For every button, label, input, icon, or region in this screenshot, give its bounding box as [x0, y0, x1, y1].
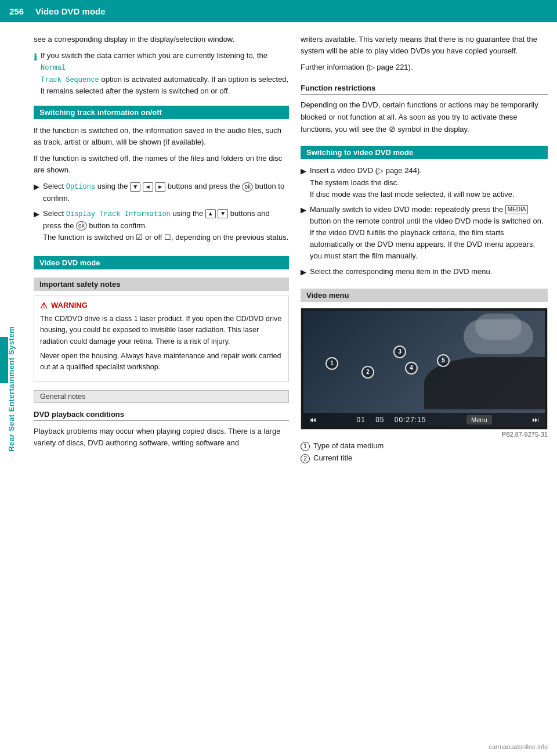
circle-4: 4 — [405, 362, 418, 375]
cloud-decoration-2 — [475, 314, 522, 340]
intro-text1: see a corresponding display in the displ… — [34, 34, 289, 45]
video-dvd-mode-bar: Video DVD mode — [34, 256, 289, 269]
caption-item-1: 1 Type of data medium — [301, 441, 548, 451]
video-list-1-content: Insert a video DVD (▷ page 244). The sys… — [310, 165, 548, 200]
arrow-icon-5: ▶ — [301, 267, 306, 278]
function-restrictions-para: Depending on the DVD, certain functions … — [301, 99, 548, 135]
switching-track-bar: Switching track information on/off — [34, 106, 289, 119]
page-title: Video DVD mode — [35, 6, 106, 16]
display-track-information-mono: Display Track Information — [66, 210, 171, 218]
video-list-item-3: ▶ Select the corresponding menu item in … — [301, 266, 548, 278]
dvd-controls: ⏮ — [309, 416, 316, 424]
rewind-icon: ⏮ — [309, 416, 316, 424]
caption-num-1: 1 — [301, 442, 310, 451]
intro-para-right: writers available. This variety means th… — [301, 34, 548, 57]
page-header: 256 Video DVD mode — [0, 0, 557, 22]
circle-3: 3 — [393, 345, 406, 358]
caption-num-2: 2 — [301, 454, 310, 463]
dvd-controls-overlay: ⏮ 01 05 00:27:15 Menu ⏭ — [303, 413, 545, 427]
info-icon: ℹ — [34, 51, 37, 97]
page-footer: carmanualonline.info — [489, 743, 548, 750]
main-content: see a corresponding display in the displ… — [22, 22, 557, 475]
video-list-3-content: Select the corresponding menu item in th… — [310, 266, 548, 278]
ok-button-1: ok — [242, 182, 253, 192]
fast-forward-icon: ⏭ — [532, 416, 539, 424]
warning-para1: The CD/DVD drive is a class 1 laser prod… — [40, 314, 283, 347]
general-notes-bar: General notes — [34, 390, 289, 403]
up-button: ▲ — [205, 209, 216, 218]
warning-title: ⚠ WARNING — [40, 301, 283, 310]
video-menu-bar: Video menu — [301, 289, 548, 302]
left-button: ◄ — [143, 182, 153, 192]
caption-text-2: Current title — [313, 453, 352, 462]
options-mono: Options — [66, 183, 95, 191]
further-info: Further information (▷ page 221). — [301, 62, 548, 73]
info-text: If you switch the data carrier which you… — [41, 50, 289, 97]
right-column: writers available. This variety means th… — [301, 34, 548, 463]
dvd-forward-controls: ⏭ — [532, 416, 539, 424]
image-caption: P82.87-9275-31 — [301, 431, 548, 438]
important-safety-bar: Important safety notes — [34, 278, 289, 291]
circle-1: 1 — [325, 357, 338, 370]
dvd-track-info: 01 05 00:27:15 — [356, 416, 426, 424]
page-number: 256 — [9, 6, 24, 16]
down-button: ▼ — [130, 182, 140, 192]
video-list-item-1: ▶ Insert a video DVD (▷ page 244). The s… — [301, 165, 548, 200]
media-button: MEDIA — [505, 205, 529, 214]
caption-item-2: 2 Current title — [301, 453, 548, 463]
arrow-icon-4: ▶ — [301, 204, 306, 262]
dvd-menu-button: Menu — [466, 415, 492, 424]
dvd-playback-para: Playback problems may occur when playing… — [34, 426, 289, 449]
circle-5: 5 — [437, 354, 450, 367]
function-restrictions-title: Function restrictions — [301, 84, 548, 95]
right-button: ► — [155, 182, 165, 192]
list-item-display-track: ▶ Select Display Track Information using… — [34, 208, 289, 243]
warning-triangle-icon: ⚠ — [40, 301, 48, 310]
dvd-playback-title: DVD playback conditions — [34, 410, 289, 421]
switching-video-dvd-bar: Switching to video DVD mode — [301, 146, 548, 159]
list-item-select-options: ▶ Select Options using the ▼ ◄ ► buttons… — [34, 181, 289, 204]
arrow-icon-1: ▶ — [34, 181, 39, 204]
video-list-item-2: ▶ Manually switch to video DVD mode: rep… — [301, 204, 548, 262]
warning-block: ⚠ WARNING The CD/DVD drive is a class 1 … — [34, 296, 289, 382]
left-column: see a corresponding display in the displ… — [34, 34, 289, 463]
switching-para2: If the function is switched off, the nam… — [34, 153, 289, 176]
website-url: carmanualonline.info — [489, 743, 548, 750]
normal-track-sequence-mono: NormalTrack Sequence — [41, 64, 99, 84]
video-list-2-content: Manually switch to video DVD mode: repea… — [310, 204, 548, 262]
arrow-icon-3: ▶ — [301, 165, 306, 200]
sidebar-bar — [0, 337, 8, 383]
list-item-2-content: Select Display Track Information using t… — [43, 208, 289, 243]
down-button-2: ▼ — [218, 209, 228, 218]
info-block: ℹ If you switch the data carrier which y… — [34, 50, 289, 97]
circle-2: 2 — [361, 366, 374, 379]
caption-text-1: Type of data medium — [313, 441, 384, 450]
switching-para1: If the function is switched on, the info… — [34, 125, 289, 148]
dvd-screen: 1 2 3 4 5 ⏮ 01 05 00:27:15 Menu ⏭ — [303, 311, 545, 427]
list-item-1-content: Select Options using the ▼ ◄ ► buttons a… — [43, 181, 289, 204]
dvd-screen-container: 1 2 3 4 5 ⏮ 01 05 00:27:15 Menu ⏭ — [301, 308, 548, 430]
sidebar: Rear Seat Entertainment System — [0, 22, 22, 756]
warning-para2: Never open the housing. Always have main… — [40, 351, 283, 373]
ok-button-2: ok — [76, 221, 87, 231]
arrow-icon-2: ▶ — [34, 208, 39, 243]
